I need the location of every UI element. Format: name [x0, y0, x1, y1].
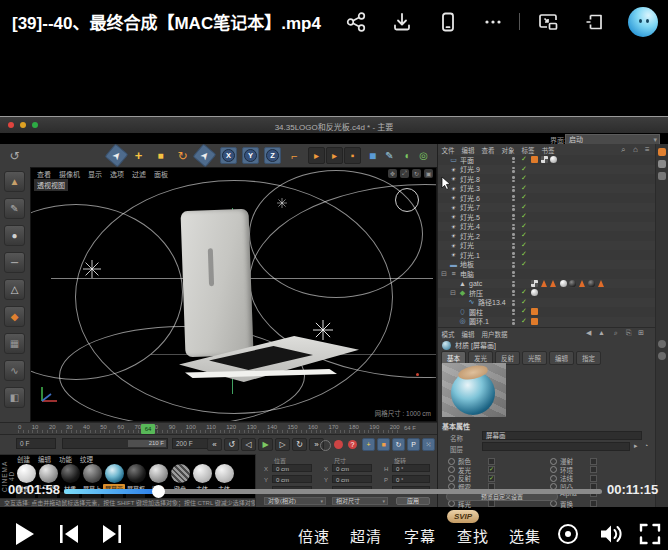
plane-object-icon: ▭ [449, 156, 458, 164]
progress-bar[interactable] [64, 489, 602, 494]
object-manager-menu-item: 对象 [498, 145, 518, 155]
layer-browse-icon: ▸ [634, 442, 638, 450]
render-picture-viewer-icon: ▸ [326, 147, 343, 164]
autokey-ring-icon [320, 440, 331, 451]
coordinate-system-icon: ⌐ [286, 147, 303, 164]
viewport-menu-item: 查看 [33, 169, 55, 179]
visibility-dots-icon [512, 224, 515, 231]
progress-fill [64, 489, 158, 494]
viewport-rotate-icon: ↻ [412, 169, 421, 178]
mouse-cursor [441, 176, 452, 190]
object-row: ▭平面✓ [438, 155, 656, 165]
record-button[interactable] [556, 522, 580, 546]
channel-radio-icon [448, 475, 455, 482]
material-menu-item: 编辑 [34, 454, 55, 464]
light-object-icon: ☀ [449, 232, 458, 239]
object-name: 灯光.8 [460, 174, 480, 184]
channel-checkbox [488, 458, 495, 465]
up-arrow-icon: ▲ [598, 329, 605, 336]
material-menu-item: 功能 [55, 454, 76, 464]
object-name: 灯光.1 [460, 250, 480, 260]
previous-episode-button[interactable] [57, 523, 81, 545]
quality-button[interactable]: 超清 [350, 525, 382, 546]
channel-radio-icon [550, 475, 557, 482]
episodes-button[interactable]: 选集 [509, 525, 541, 546]
coordinate-value-field: 0 cm [332, 464, 372, 472]
material-sphere [61, 464, 80, 483]
search-icon: ⌕ [614, 329, 618, 337]
c4d-viewport: 查看摄像机显示选项过滤面板 ✥⤢↻▣ 透视视图 网格尺寸 : 1000 cm [30, 167, 437, 422]
light-object-icon: ☀ [449, 166, 458, 173]
axis-y-toggle: Y [242, 147, 259, 164]
strip-icon [658, 160, 666, 168]
material-manager-menu: 创建编辑功能纹理 [13, 454, 255, 463]
attribute-menu-item: 编辑 [458, 329, 478, 339]
coordinate-axis-label: P [384, 477, 388, 483]
visibility-dots-icon [512, 281, 515, 288]
subtitle-button[interactable]: 字幕 [404, 525, 436, 546]
texture-mode-icon: ✎ [4, 198, 25, 219]
enabled-check-icon: ✓ [521, 155, 527, 163]
animation-transport: 0 F 210 F 200 F «↺◁▶▷↻»?+■↻P⁙ [0, 435, 437, 455]
object-row: ◎圆环.1✓ [438, 317, 656, 327]
material-sphere-icon [442, 341, 451, 350]
laptop-base-model [179, 336, 359, 382]
object-row: ⊟≡电脑 [438, 269, 656, 279]
coordinates-panel: 位置尺寸旋转X0 cmX0 cmH0 °Y0 cmY0 cmP0 °Z0 cmZ… [255, 454, 437, 507]
visibility-dots-icon [512, 243, 515, 250]
timeline-minor-ticks [18, 430, 400, 433]
speed-button[interactable]: 倍速 [298, 525, 330, 546]
more-options-icon[interactable] [482, 11, 504, 33]
object-name: 灯光.5 [460, 212, 480, 222]
play-button[interactable] [14, 522, 36, 546]
range-slider-handle: 210 F [128, 440, 166, 447]
channel-radio-icon [550, 466, 557, 473]
visibility-dots-icon [512, 233, 515, 240]
material-sphere [39, 464, 58, 483]
channel-radio-icon [448, 500, 455, 507]
spherew-tag-icon [531, 289, 538, 296]
object-row: ☀灯光.3✓ [438, 184, 656, 194]
visibility-dots-icon [512, 300, 515, 307]
axis-mode-icon: ◆ [4, 306, 25, 327]
channel-checkbox [590, 466, 597, 473]
user-avatar[interactable] [628, 7, 658, 37]
fullscreen-button[interactable] [638, 522, 662, 546]
mini-window-icon[interactable] [583, 11, 605, 33]
orange-tag-icon [531, 318, 538, 325]
object-row: ▬地板✓ [438, 260, 656, 270]
download-icon[interactable] [391, 11, 413, 33]
avatar-eye [646, 19, 649, 23]
loop-button: ↺ [224, 438, 239, 451]
video-surface[interactable]: 34.35LOGO和反光板.c4d * - 主要 文件编辑创建选择工具网格捕捉动… [0, 44, 668, 481]
search-button[interactable]: 查找 [457, 525, 489, 546]
mobile-device-icon[interactable] [437, 11, 459, 33]
share-icon[interactable] [345, 11, 367, 33]
next-episode-button[interactable] [100, 523, 124, 545]
object-row: ☀灯光.9✓ [438, 165, 656, 175]
coordinate-value-field: 0 ° [392, 464, 430, 472]
channel-checkbox [590, 500, 597, 507]
polygon-mode-icon: △ [4, 279, 25, 300]
visibility-dots-icon [512, 195, 515, 202]
point-mode-icon: ● [4, 225, 25, 246]
enabled-check-icon: ✓ [521, 165, 527, 173]
render-settings-icon: ▪ [344, 147, 361, 164]
volume-button[interactable] [598, 522, 624, 546]
axis-x-toggle: X [220, 147, 237, 164]
channel-label: 置换 [560, 499, 590, 509]
timeline-right-label: 64 F [404, 425, 416, 431]
channel-checkbox: ✓ [488, 466, 495, 473]
add-deformer-icon: ◎ [415, 147, 432, 164]
material-sphere [193, 464, 212, 483]
visibility-dots-icon [512, 214, 515, 221]
picture-in-picture-icon[interactable] [536, 11, 558, 33]
current-time: 00:01:58 [8, 482, 60, 497]
strip-icon [658, 352, 666, 360]
material-sphere [149, 464, 168, 483]
rotate-tool-icon: ↻ [174, 147, 191, 164]
tri-tag-icon [579, 280, 586, 287]
channel-radio-icon [448, 466, 455, 473]
axis-gizmo [36, 381, 62, 407]
svip-badge: SVIP [447, 510, 479, 523]
